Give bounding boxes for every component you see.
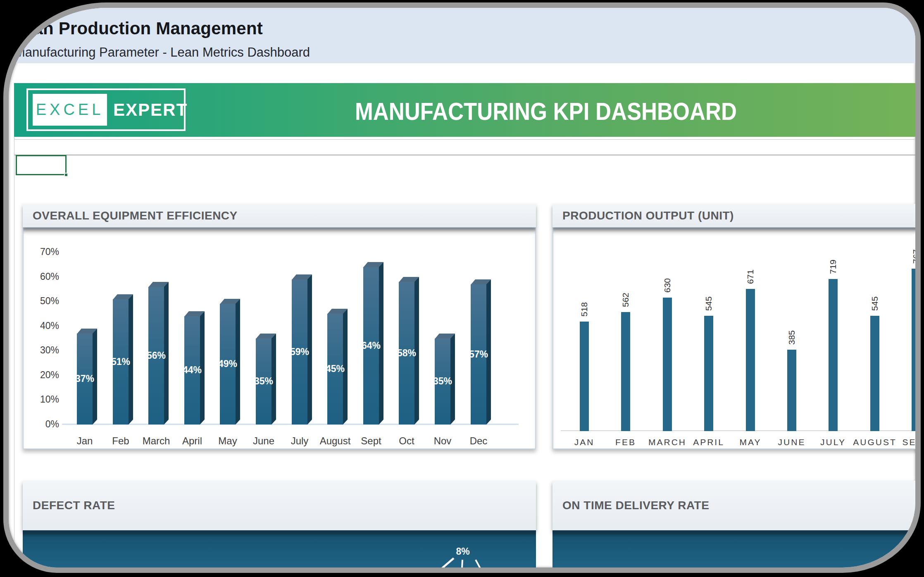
oee-ytick: 30% [30, 345, 59, 356]
oee-bar-jan: 37% [77, 329, 97, 424]
dashboard-banner: EXCEL EXPERT MANUFACTURING KPI DASHBOARD [14, 83, 915, 137]
oee-data-label: 57% [467, 349, 490, 360]
panel-title-ontime-delivery: ON TIME DELIVERY RATE [562, 499, 709, 512]
production-month-label: SEPT [885, 437, 921, 447]
production-data-label: 767 [911, 249, 921, 264]
oee-ytick: 70% [30, 246, 59, 258]
column-gridline [14, 137, 14, 567]
oee-data-label: 51% [110, 356, 132, 367]
selected-cell[interactable] [16, 155, 67, 175]
oee-month-label: Dec [456, 435, 501, 447]
logo-excel-box: EXCEL [33, 94, 107, 126]
production-chart[interactable]: 518JAN562FEB630MARCH545APRIL671MAY385JUN… [552, 227, 921, 449]
oee-bar-dec: 57% [471, 279, 491, 424]
oee-ytick: 50% [30, 296, 59, 307]
oee-bar-nov: 35% [435, 334, 455, 424]
oee-ytick: 60% [30, 271, 59, 282]
production-bar-july [829, 279, 838, 431]
production-data-label: 671 [745, 269, 755, 284]
production-axis-line [561, 430, 921, 431]
oee-data-label: 56% [145, 350, 167, 361]
production-bar-jan [580, 322, 589, 431]
production-data-label: 719 [828, 260, 838, 274]
page-subtitle: Manufacturing Parameter - Lean Metrics D… [14, 45, 310, 60]
production-data-label: 545 [704, 296, 714, 311]
panel-header-oee: OVERALL EQUIPMENT EFFICIENCY [23, 204, 536, 227]
production-data-label: 630 [662, 278, 672, 293]
production-data-label: 385 [787, 330, 797, 345]
defect-rate-chart[interactable]: 8% [23, 530, 536, 573]
oee-ytick: 10% [30, 394, 59, 405]
production-data-label: 518 [579, 302, 589, 317]
oee-bar-feb: 51% [113, 294, 133, 424]
oee-ytick: 40% [30, 320, 59, 331]
oee-bar-june: 35% [256, 334, 276, 424]
oee-data-label: 59% [288, 346, 311, 358]
oee-data-label: 44% [181, 365, 203, 376]
oee-chart[interactable]: 70%60%50%40%30%20%10%0%37%Jan51%Feb56%Ma… [23, 227, 536, 449]
logo-excel-text: EXCEL [36, 101, 104, 119]
oee-data-label: 35% [252, 376, 275, 387]
oee-bar-oct: 58% [399, 277, 419, 424]
production-bar-feb [621, 312, 630, 431]
panel-header-production: PRODUCTION OUTPUT (UNIT) [552, 204, 921, 227]
oee-ytick: 20% [30, 370, 59, 381]
dashboard-title: MANUFACTURING KPI DASHBOARD [329, 97, 764, 126]
row-gridline [14, 139, 915, 140]
oee-bar-august: 45% [327, 309, 348, 424]
panel-header-ontime-delivery: ON TIME DELIVERY RATE [552, 481, 921, 530]
oee-data-label: 64% [360, 340, 382, 351]
ontime-delivery-chart[interactable] [552, 530, 921, 573]
excel-expert-logo: EXCEL EXPERT [26, 88, 186, 131]
production-bar-sept [912, 269, 921, 431]
production-bar-august [870, 316, 879, 431]
fill-handle[interactable] [64, 173, 68, 177]
oee-bar-may: 49% [220, 299, 240, 424]
oee-bar-july: 59% [292, 274, 312, 424]
production-bar-march [663, 298, 672, 431]
sheet-title-band: Lean Production Management Manufacturing… [9, 8, 915, 63]
row-gridline [14, 155, 915, 155]
excel-sheet: Lean Production Management Manufacturing… [9, 8, 915, 567]
panel-title-defect-rate: DEFECT RATE [33, 499, 115, 512]
production-bar-may [746, 289, 755, 431]
oee-data-label: 45% [324, 363, 346, 374]
production-bar-june [787, 350, 796, 431]
oee-data-label: 37% [74, 373, 96, 384]
device-frame: Lean Production Management Manufacturing… [3, 2, 921, 573]
oee-data-label: 35% [431, 376, 454, 387]
production-data-label: 562 [621, 293, 631, 307]
panel-title-oee: OVERALL EQUIPMENT EFFICIENCY [33, 209, 238, 222]
oee-data-label: 58% [395, 348, 418, 359]
oee-data-label: 49% [217, 358, 239, 370]
panel-title-production: PRODUCTION OUTPUT (UNIT) [562, 209, 734, 222]
oee-ytick: 0% [30, 419, 59, 430]
logo-expert-text: EXPERT [113, 90, 188, 129]
production-data-label: 545 [870, 296, 880, 311]
pie-leader-lines [23, 533, 536, 573]
page-title: Lean Production Management [13, 19, 263, 38]
panel-header-defect-rate: DEFECT RATE [23, 481, 536, 530]
oee-bar-sept: 64% [363, 262, 383, 424]
oee-bar-march: 56% [148, 282, 169, 424]
production-bar-april [704, 316, 713, 431]
oee-bar-april: 44% [184, 311, 205, 424]
